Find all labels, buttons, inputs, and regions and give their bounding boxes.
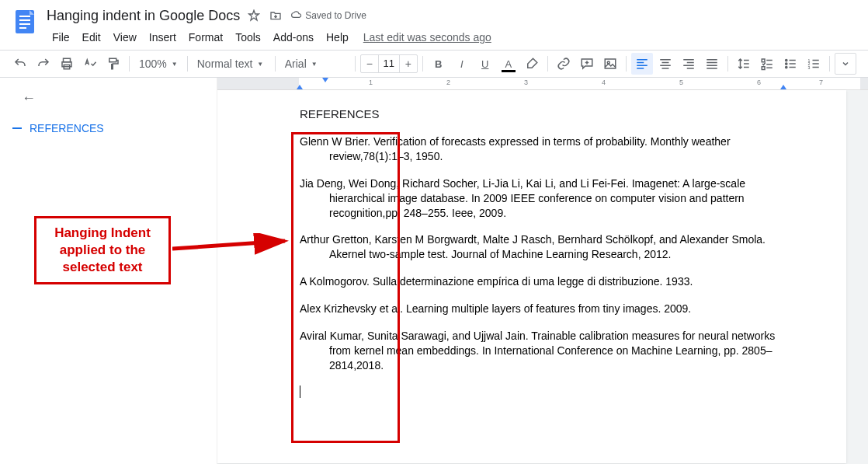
toolbar-separator — [187, 56, 188, 72]
toolbar-separator — [355, 56, 356, 72]
svg-rect-11 — [762, 59, 765, 62]
svg-rect-1 — [19, 16, 30, 17]
menu-bar: File Edit View Insert Format Tools Add-o… — [47, 26, 859, 48]
paint-format-button[interactable] — [102, 53, 124, 75]
style-dropdown[interactable]: Normal text▼ — [193, 53, 270, 75]
svg-rect-9 — [605, 59, 616, 68]
document-page[interactable]: REFERENCES Glenn W Brier. Verification o… — [217, 90, 846, 463]
callout-text: Hanging Indent — [41, 225, 164, 242]
right-indent-marker-icon[interactable] — [780, 85, 786, 89]
horizontal-ruler[interactable]: 1 2 3 4 5 6 7 — [217, 78, 868, 90]
undo-button[interactable] — [9, 53, 31, 75]
menu-tools[interactable]: Tools — [230, 28, 266, 47]
menu-edit[interactable]: Edit — [77, 28, 106, 47]
insert-image-button[interactable] — [599, 53, 621, 75]
align-left-button[interactable] — [631, 53, 653, 75]
redo-button[interactable] — [33, 53, 54, 75]
ruler-number: 6 — [757, 78, 761, 86]
move-folder-icon[interactable] — [269, 9, 282, 22]
align-center-button[interactable] — [654, 53, 676, 75]
checklist-button[interactable] — [756, 53, 778, 75]
svg-point-13 — [785, 59, 786, 61]
bulleted-list-button[interactable] — [779, 53, 801, 75]
text-color-button[interactable]: A — [498, 53, 519, 75]
svg-rect-3 — [19, 23, 30, 25]
font-size-decrease-button[interactable]: − — [361, 58, 378, 70]
svg-rect-12 — [762, 67, 765, 70]
toolbar-separator — [626, 56, 627, 72]
menu-help[interactable]: Help — [321, 28, 354, 47]
svg-text:3: 3 — [807, 65, 810, 70]
reference-entry: Alex Krizhevsky et al. Learning multiple… — [300, 302, 790, 316]
toolbar-separator — [422, 56, 423, 72]
left-indent-marker-icon[interactable] — [297, 85, 303, 89]
align-right-button[interactable] — [678, 53, 700, 75]
line-spacing-button[interactable] — [733, 53, 755, 75]
ruler-number: 7 — [819, 78, 823, 86]
align-justify-button[interactable] — [701, 53, 723, 75]
numbered-list-button[interactable]: 123 — [803, 53, 825, 75]
reference-entry: Aviral Kumar, Sunita Sarawagi, and Ujjwa… — [300, 329, 790, 373]
annotation-arrow-icon — [172, 233, 297, 264]
ruler-number: 2 — [446, 78, 450, 86]
more-tools-button[interactable] — [835, 53, 856, 75]
toolbar: 100%▼ Normal text▼ Arial▼ − 11 + B I U A… — [0, 50, 868, 78]
saved-to-drive-label: Saved to Drive — [291, 10, 366, 21]
ruler-number: 1 — [369, 78, 373, 86]
font-size-control: − 11 + — [360, 54, 418, 73]
toolbar-separator — [129, 56, 130, 72]
font-dropdown[interactable]: Arial▼ — [280, 53, 350, 75]
insert-link-button[interactable] — [553, 53, 575, 75]
heading-references: REFERENCES — [300, 107, 790, 120]
spellcheck-button[interactable] — [79, 53, 101, 75]
svg-rect-8 — [109, 58, 116, 62]
first-line-indent-marker-icon[interactable] — [322, 78, 328, 82]
docs-logo-icon[interactable] — [9, 6, 40, 37]
toolbar-separator — [547, 56, 548, 72]
svg-line-19 — [172, 241, 285, 249]
star-icon[interactable] — [248, 9, 260, 22]
svg-point-14 — [785, 63, 786, 65]
print-button[interactable] — [56, 53, 78, 75]
document-area: 1 2 3 4 5 6 7 REFERENCES Glenn W Brier. … — [217, 78, 868, 464]
toolbar-separator — [829, 56, 830, 72]
text-cursor — [300, 386, 790, 399]
ruler-number: 5 — [679, 78, 683, 86]
svg-rect-2 — [19, 19, 30, 21]
menu-view[interactable]: View — [108, 28, 142, 47]
app-header: Hanging indent in Google Docs Saved to D… — [0, 0, 868, 50]
document-title[interactable]: Hanging indent in Google Docs — [47, 8, 240, 24]
outline-marker-icon — [12, 127, 22, 129]
reference-entry: A Kolmogorov. Sulla determinazione empír… — [300, 274, 790, 289]
reference-entry: Glenn W Brier. Verification of forecasts… — [300, 134, 790, 164]
font-size-value[interactable]: 11 — [378, 55, 400, 72]
ruler-number: 3 — [524, 78, 528, 86]
font-size-increase-button[interactable]: + — [400, 58, 417, 70]
menu-format[interactable]: Format — [183, 28, 228, 47]
reference-entry: Arthur Gretton, Karsten M Borgwardt, Mal… — [300, 232, 790, 262]
outline-back-button[interactable]: ← — [22, 90, 204, 106]
menu-file[interactable]: File — [47, 28, 75, 47]
underline-button[interactable]: U — [474, 53, 496, 75]
zoom-dropdown[interactable]: 100%▼ — [134, 53, 182, 75]
italic-button[interactable]: I — [451, 53, 473, 75]
last-edit-link[interactable]: Last edit was seconds ago — [363, 31, 491, 44]
bold-button[interactable]: B — [428, 53, 450, 75]
callout-text: selected text — [41, 259, 164, 276]
outline-item-label: REFERENCES — [30, 122, 104, 134]
annotation-callout: Hanging Indent applied to the selected t… — [34, 216, 171, 284]
menu-addons[interactable]: Add-ons — [268, 28, 319, 47]
highlight-button[interactable] — [521, 53, 543, 75]
toolbar-separator — [727, 56, 728, 72]
add-comment-button[interactable] — [576, 53, 598, 75]
svg-point-15 — [785, 66, 786, 68]
reference-entry: Jia Deng, Wei Dong, Richard Socher, Li-J… — [300, 176, 790, 221]
outline-item-references[interactable]: REFERENCES — [12, 117, 204, 139]
svg-rect-4 — [19, 27, 26, 29]
toolbar-separator — [275, 56, 276, 72]
callout-text: applied to the — [41, 242, 164, 259]
title-block: Hanging indent in Google Docs Saved to D… — [47, 6, 859, 48]
menu-insert[interactable]: Insert — [144, 28, 182, 47]
ruler-number: 4 — [602, 78, 606, 86]
